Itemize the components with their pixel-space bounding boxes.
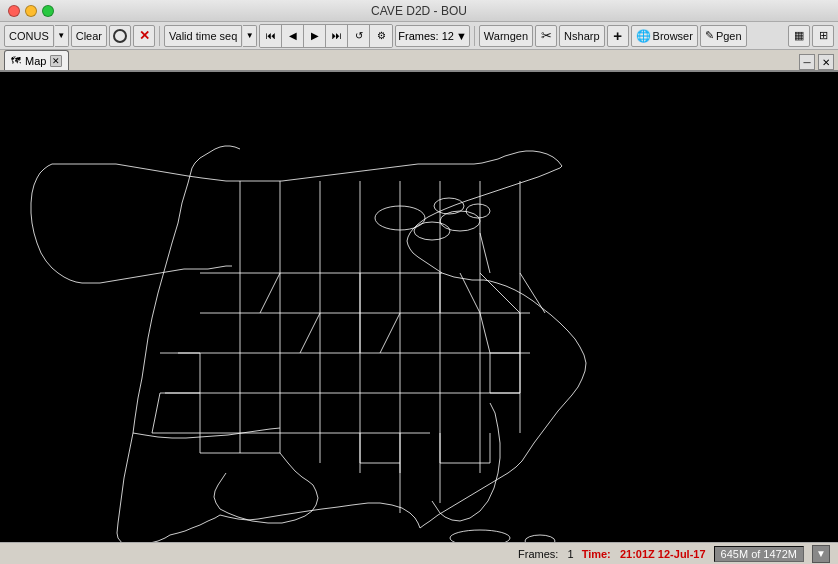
pgen-label: Pgen [716, 30, 742, 42]
svg-line-40 [480, 273, 520, 313]
time-static-label: Time: [582, 548, 611, 560]
browser-icon: 🌐 [636, 29, 651, 43]
warngen-button[interactable]: Warngen [479, 25, 533, 47]
tab-bar: 🗺 Map ✕ ─ ✕ [0, 50, 838, 72]
browser-button[interactable]: 🌐 Browser [631, 25, 698, 47]
frames-count: 1 [568, 548, 574, 560]
conus-label[interactable]: CONUS [4, 25, 54, 47]
minimize-button[interactable] [25, 5, 37, 17]
tab-map-label: Map [25, 55, 46, 67]
frames-dropdown[interactable]: Frames: 12 ▼ [395, 25, 470, 47]
nav-last-button[interactable]: ⏭ [326, 25, 348, 47]
svg-line-15 [380, 313, 400, 353]
separator-2 [474, 26, 475, 46]
map-svg [0, 72, 838, 542]
svg-point-22 [466, 204, 490, 218]
svg-line-18 [480, 233, 490, 273]
tab-window-controls: ─ ✕ [799, 54, 834, 70]
separator-1 [159, 26, 160, 46]
svg-line-17 [460, 273, 480, 313]
svg-point-25 [525, 535, 555, 542]
tab-map[interactable]: 🗺 Map ✕ [4, 50, 69, 70]
memory-info: 645M of 1472M [714, 546, 804, 562]
frames-dropdown-arrow: ▼ [456, 30, 467, 42]
x-icon: ✕ [139, 28, 150, 43]
conus-dropdown-arrow[interactable]: ▼ [55, 25, 69, 47]
tab-map-icon: 🗺 [11, 55, 21, 66]
time-info: Time: 21:01Z 12-Jul-17 [582, 548, 706, 560]
frames-info: Frames: 1 [518, 548, 574, 560]
conus-dropdown[interactable]: CONUS ▼ [4, 25, 69, 47]
clear-button[interactable]: Clear [71, 25, 107, 47]
nav-settings-button[interactable]: ⚙ [370, 25, 392, 47]
valid-time-seq-dropdown[interactable]: Valid time seq ▼ [164, 25, 257, 47]
frames-label: Frames: 12 [398, 30, 454, 42]
time-value: 21:01Z 12-Jul-17 [620, 548, 706, 560]
nav-prev-button[interactable]: ◀ [282, 25, 304, 47]
nav-next-button[interactable]: ▶ [304, 25, 326, 47]
window-controls [8, 5, 54, 17]
circle-icon [113, 29, 127, 43]
title-bar: CAVE D2D - BOU [0, 0, 838, 22]
svg-point-24 [450, 530, 510, 542]
toggle-icon-button[interactable] [109, 25, 131, 47]
pgen-button[interactable]: ✎ Pgen [700, 25, 747, 47]
frames-static-label: Frames: [518, 548, 558, 560]
toolbar-right: ▦ ⊞ [788, 25, 834, 47]
plus-button[interactable]: + [607, 25, 629, 47]
svg-point-20 [414, 222, 450, 240]
scroll-button[interactable]: ▼ [812, 545, 830, 563]
svg-line-42 [480, 313, 490, 353]
status-bar: Frames: 1 Time: 21:01Z 12-Jul-17 645M of… [0, 542, 838, 564]
tab-map-close[interactable]: ✕ [50, 55, 62, 67]
svg-point-23 [434, 198, 464, 214]
svg-line-41 [520, 273, 545, 313]
close-x-button[interactable]: ✕ [133, 25, 155, 47]
map-container[interactable] [0, 72, 838, 542]
expand-button[interactable]: ⊞ [812, 25, 834, 47]
valid-time-seq-label[interactable]: Valid time seq [164, 25, 242, 47]
nsharp-icon-button[interactable]: ✂ [535, 25, 557, 47]
grid-button[interactable]: ▦ [788, 25, 810, 47]
svg-line-13 [260, 273, 280, 313]
nav-group: ⏮ ◀ ▶ ⏭ ↺ ⚙ [259, 24, 393, 48]
maximize-button[interactable] [42, 5, 54, 17]
svg-line-30 [152, 393, 160, 433]
nav-first-button[interactable]: ⏮ [260, 25, 282, 47]
tab-restore-button[interactable]: ─ [799, 54, 815, 70]
toolbar: CONUS ▼ Clear ✕ Valid time seq ▼ ⏮ ◀ ▶ ⏭… [0, 22, 838, 50]
tab-close-button[interactable]: ✕ [818, 54, 834, 70]
nav-reload-button[interactable]: ↺ [348, 25, 370, 47]
window-title: CAVE D2D - BOU [371, 4, 467, 18]
valid-time-seq-arrow[interactable]: ▼ [243, 25, 257, 47]
close-button[interactable] [8, 5, 20, 17]
svg-line-26 [300, 313, 320, 353]
nsharp-button[interactable]: Nsharp [559, 25, 604, 47]
browser-label: Browser [653, 30, 693, 42]
pgen-icon: ✎ [705, 29, 714, 42]
